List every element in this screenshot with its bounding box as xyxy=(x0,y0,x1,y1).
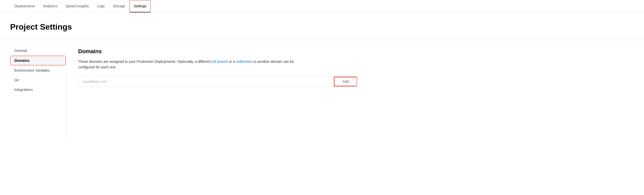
description-text-2: or a xyxy=(228,60,236,64)
domain-input[interactable] xyxy=(78,76,334,87)
domains-section-title: Domains xyxy=(78,48,622,55)
nav-item-deployments[interactable]: Deployments xyxy=(10,0,39,12)
main-section: Domains These domains are assigned to yo… xyxy=(66,40,634,141)
domains-description: These domains are assigned to your Produ… xyxy=(78,59,307,70)
description-text-1: These domains are assigned to your Produ… xyxy=(78,60,212,64)
top-navigation: Deployments Analytics Speed Insights Log… xyxy=(0,0,644,12)
nav-item-logs[interactable]: Logs xyxy=(93,0,109,12)
nav-item-settings[interactable]: Settings xyxy=(129,0,151,12)
nav-item-speed-insights[interactable]: Speed Insights xyxy=(61,0,93,12)
sidebar-item-git[interactable]: Git xyxy=(10,75,66,85)
sidebar-item-integrations[interactable]: Integrations xyxy=(10,85,66,94)
content-wrapper: General Domains Environment Variables Gi… xyxy=(0,40,644,141)
nav-item-storage[interactable]: Storage xyxy=(109,0,129,12)
page-header: Project Settings xyxy=(0,12,644,40)
sidebar-item-env-vars[interactable]: Environment Variables xyxy=(10,66,66,75)
sidebar: General Domains Environment Variables Gi… xyxy=(10,40,66,141)
add-domain-button[interactable]: Add xyxy=(334,77,357,86)
domain-input-row: Add xyxy=(78,76,357,87)
sidebar-item-domains[interactable]: Domains xyxy=(10,56,66,65)
nav-item-analytics[interactable]: Analytics xyxy=(39,0,61,12)
redirection-link[interactable]: redirection xyxy=(236,60,252,64)
git-branch-link[interactable]: Git branch xyxy=(212,60,228,64)
page-title: Project Settings xyxy=(10,22,634,32)
sidebar-item-general[interactable]: General xyxy=(10,46,66,55)
